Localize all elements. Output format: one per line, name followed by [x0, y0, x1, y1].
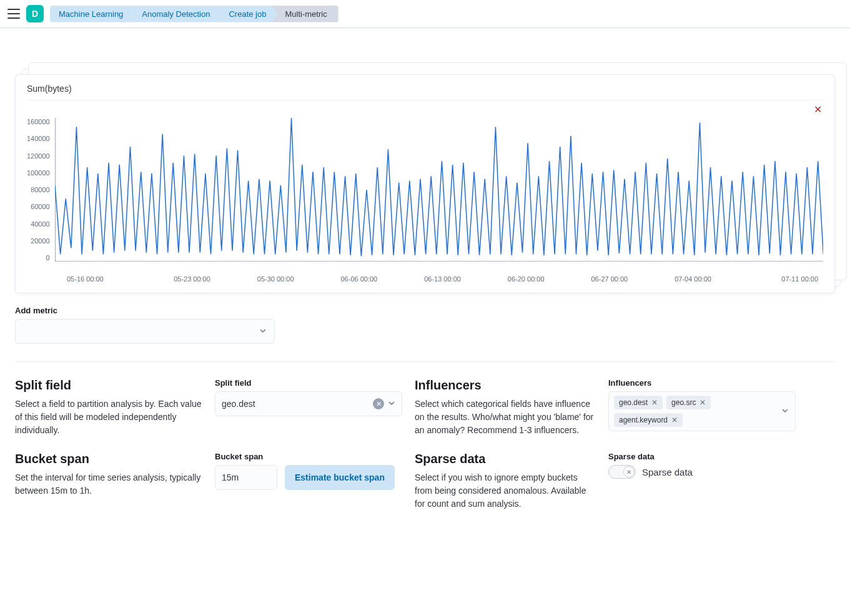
influencer-tag: geo.dest✕ — [614, 396, 663, 409]
sparse-data-label: Sparse data — [608, 452, 796, 461]
chart-split-stack: BR BD NG RU MX CN Sum(bytes) ✕ 160000 14… — [15, 74, 835, 293]
app-header: D Machine Learning Anomaly Detection Cre… — [0, 0, 850, 28]
add-metric-label: Add metric — [15, 306, 835, 315]
remove-tag-icon[interactable]: ✕ — [651, 398, 658, 407]
influencers-label: Influencers — [608, 378, 796, 388]
remove-tag-icon[interactable]: ✕ — [699, 398, 706, 407]
breadcrumb-multi-metric: Multi-metric — [271, 6, 338, 22]
sparse-data-switch-label: Sparse data — [642, 467, 693, 477]
chart-plot-area — [55, 118, 823, 262]
divider — [15, 361, 835, 362]
sparse-data-desc: Select if you wish to ignore empty bucke… — [415, 471, 596, 511]
bucket-span-desc: Set the interval for time series analysi… — [15, 471, 202, 497]
chevron-down-icon — [781, 406, 789, 416]
chevron-down-icon — [259, 326, 267, 336]
breadcrumb-create-job[interactable]: Create job — [215, 6, 277, 22]
menu-icon[interactable] — [7, 9, 20, 19]
breadcrumb-anomaly-detection[interactable]: Anomaly Detection — [128, 6, 221, 22]
influencers-select[interactable]: geo.dest✕ geo.src✕ agent.keyword✕ — [608, 391, 796, 431]
sparse-data-switch[interactable]: ✕ — [608, 465, 636, 479]
remove-tag-icon[interactable]: ✕ — [671, 416, 678, 424]
influencers-desc: Select which categorical fields have inf… — [415, 398, 596, 437]
bucket-span-title: Bucket span — [15, 452, 202, 466]
app-badge[interactable]: D — [26, 5, 44, 22]
chart-x-axis: 05-16 00:00 05-23 00:00 05-30 00:00 06-0… — [27, 275, 823, 283]
chart-title: Sum(bytes) — [27, 84, 823, 100]
bucket-span-label: Bucket span — [215, 452, 402, 461]
estimate-bucket-span-button[interactable]: Estimate bucket span — [285, 465, 395, 490]
chart-y-axis: 160000 140000 120000 100000 80000 60000 … — [27, 118, 55, 262]
add-metric-select[interactable] — [15, 319, 275, 344]
influencer-tag: agent.keyword✕ — [614, 413, 683, 427]
split-field-label: Split field — [215, 378, 402, 388]
influencer-tag: geo.src✕ — [666, 396, 711, 409]
split-field-title: Split field — [15, 378, 202, 393]
breadcrumb-machine-learning[interactable]: Machine Learning — [50, 6, 134, 22]
split-field-select[interactable]: ✕ — [215, 391, 402, 416]
clear-icon[interactable]: ✕ — [373, 398, 384, 409]
bucket-span-input-wrap — [215, 465, 277, 490]
split-field-desc: Select a field to partition analysis by.… — [15, 398, 202, 437]
close-icon[interactable]: ✕ — [814, 104, 822, 115]
breadcrumb: Machine Learning Anomaly Detection Creat… — [50, 6, 339, 22]
switch-knob: ✕ — [623, 466, 635, 477]
chevron-down-icon — [388, 399, 395, 409]
metric-chart-card: Sum(bytes) ✕ 160000 140000 120000 100000… — [15, 74, 835, 293]
split-field-input[interactable] — [222, 399, 369, 409]
influencers-title: Influencers — [415, 378, 596, 393]
sparse-data-title: Sparse data — [415, 452, 596, 466]
